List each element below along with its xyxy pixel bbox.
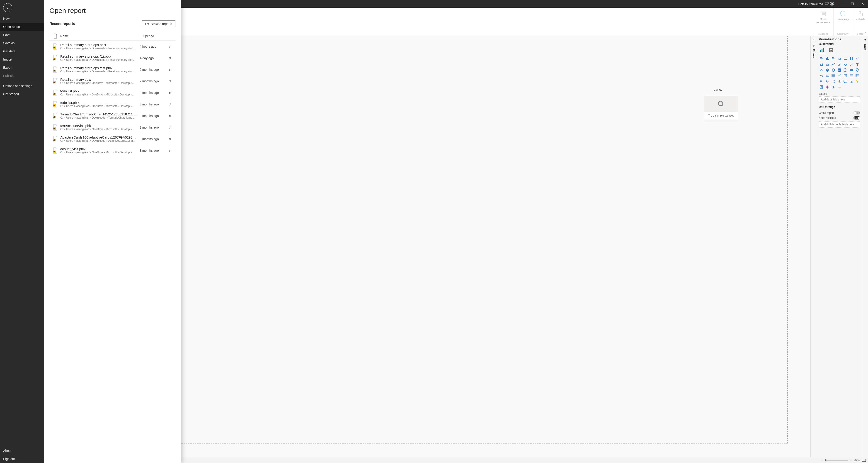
recent-report-row[interactable]: Retail summary store ops.pbix C: > Users…	[50, 40, 174, 52]
viz-line-stacked-icon[interactable]	[831, 62, 836, 67]
filters-expand-icon[interactable]: «	[813, 38, 815, 41]
browse-reports-button[interactable]: Browse reports	[142, 21, 176, 27]
viz-python-icon[interactable]: Py	[825, 79, 830, 84]
cross-report-toggle[interactable]	[854, 111, 860, 115]
pin-button[interactable]	[167, 80, 173, 83]
recent-report-row[interactable]: acount_visit.pbix C: > Users > asanglika…	[50, 145, 174, 156]
viz-stacked-column-icon[interactable]	[825, 56, 830, 61]
pin-button[interactable]	[167, 103, 173, 106]
pin-button[interactable]	[167, 91, 173, 94]
fit-to-page-button[interactable]	[862, 459, 866, 462]
viz-donut-icon[interactable]	[831, 67, 836, 73]
viz-r-icon[interactable]: R	[819, 79, 824, 84]
viz-goals-icon[interactable]	[855, 79, 860, 84]
file-nav-options-and-settings[interactable]: Options and settings	[0, 82, 44, 90]
drill-field-well[interactable]: Add drill-through fields here	[819, 121, 860, 128]
viz-100stacked-column-icon[interactable]	[849, 56, 854, 61]
keep-all-filters-toggle[interactable]	[854, 116, 860, 119]
filters-pane-collapsed[interactable]: « Filters	[810, 36, 817, 457]
recent-report-row[interactable]: Retail summary store ops (1).pbix C: > U…	[50, 52, 174, 64]
viz-more-icon[interactable]	[837, 85, 842, 90]
window-minimize-button[interactable]	[837, 0, 847, 8]
viz-gauge-icon[interactable]	[819, 73, 824, 78]
zoom-out-button[interactable]: −	[820, 458, 823, 462]
values-field-well[interactable]: Add data fields here	[819, 96, 860, 103]
file-nav-about[interactable]: About	[0, 447, 44, 455]
file-nav-import[interactable]: Import	[0, 55, 44, 63]
user-avatar-icon[interactable]	[830, 2, 834, 6]
viz-waterfall-icon[interactable]	[849, 62, 854, 67]
viz-decomposition-icon[interactable]	[837, 79, 842, 84]
viz-powerapps-icon[interactable]	[825, 85, 830, 90]
file-nav-save[interactable]: Save	[0, 31, 44, 39]
build-visual-tab[interactable]	[819, 47, 825, 53]
format-visual-tab[interactable]	[828, 47, 834, 53]
viz-slicer-icon[interactable]	[843, 73, 848, 78]
viz-100stacked-bar-icon[interactable]	[843, 56, 848, 61]
viz-map-icon[interactable]	[843, 67, 848, 73]
zoom-slider[interactable]	[825, 460, 848, 461]
pin-button[interactable]	[167, 56, 173, 60]
svg-rect-88	[54, 105, 55, 106]
window-maximize-button[interactable]	[847, 0, 858, 8]
viz-paginated-icon[interactable]	[819, 85, 824, 90]
viz-filled-map-icon[interactable]	[849, 67, 854, 73]
recent-reports-list[interactable]: Retail summary store ops.pbix C: > Users…	[50, 40, 176, 461]
viz-card-icon[interactable]: 123	[825, 73, 830, 78]
pin-button[interactable]	[167, 126, 173, 129]
ribbon-group-sensitivity: Sensitivity⌄ Sensitivity	[833, 8, 852, 36]
data-expand-icon[interactable]: «	[864, 38, 866, 42]
pin-button[interactable]	[167, 68, 173, 71]
recent-report-row[interactable]: Retail summary store ops test.pbix C: > …	[50, 64, 174, 75]
viz-stacked-bar-icon[interactable]	[819, 56, 824, 61]
pin-button[interactable]	[167, 45, 173, 48]
recent-report-row[interactable]: Retail summary.pbix C: > Users > asangli…	[50, 75, 174, 87]
viz-narrative-icon[interactable]	[849, 79, 854, 84]
viz-multi-card-icon[interactable]	[831, 73, 836, 78]
file-nav-get-data[interactable]: Get data	[0, 47, 44, 55]
viz-treemap-icon[interactable]	[837, 67, 842, 73]
viz-line-clustered-icon[interactable]	[837, 62, 842, 67]
viz-kpi-icon[interactable]	[837, 73, 842, 78]
pin-button[interactable]	[167, 149, 173, 152]
ribbon-collapse-button[interactable]: ⌃	[864, 32, 867, 35]
viz-pie-icon[interactable]	[825, 67, 830, 73]
viz-qa-icon[interactable]	[843, 79, 848, 84]
col-name-header[interactable]: Name	[60, 34, 143, 38]
file-nav-sign-out[interactable]: Sign out	[0, 455, 44, 463]
viz-key-influencers-icon[interactable]	[831, 79, 836, 84]
viz-area-icon[interactable]	[819, 62, 824, 67]
viz-clustered-bar-icon[interactable]	[831, 56, 836, 61]
recent-report-row[interactable]: AdaptiveCards106.adaptiveCards1267F9A029…	[50, 133, 174, 145]
recent-report-row[interactable]: testAccountVisit.pbix C: > Users > asang…	[50, 121, 174, 133]
viz-scatter-icon[interactable]	[819, 67, 824, 73]
viz-powerautomate-icon[interactable]	[831, 85, 836, 90]
account-area[interactable]: RetailAuroraCIPool	[799, 2, 834, 6]
pin-button[interactable]	[167, 137, 173, 141]
file-nav-export[interactable]: Export	[0, 63, 44, 71]
viz-funnel-icon[interactable]	[855, 62, 860, 67]
recent-report-row[interactable]: todo list.pbix C: > Users > asanglikar >…	[50, 87, 174, 98]
col-opened-header[interactable]: Opened	[143, 34, 175, 38]
zoom-in-button[interactable]: +	[850, 458, 852, 462]
viz-stacked-area-icon[interactable]	[825, 62, 830, 67]
viz-line-icon[interactable]	[855, 56, 860, 61]
back-button[interactable]	[3, 3, 12, 12]
recent-report-row[interactable]: TornadoChart.TornadoChart1452517688218.2…	[50, 110, 174, 121]
recent-file-opened: 2 months ago	[140, 68, 167, 71]
try-sample-dataset-card[interactable]: Try a sample dataset	[704, 96, 738, 122]
viz-ribbon-icon[interactable]	[843, 62, 848, 67]
visualizations-collapse-icon[interactable]: »	[859, 37, 860, 41]
file-nav-get-started[interactable]: Get started	[0, 90, 44, 98]
file-nav-save-as[interactable]: Save as	[0, 39, 44, 47]
viz-matrix-icon[interactable]	[855, 73, 860, 78]
window-close-button[interactable]	[858, 0, 868, 8]
file-nav-open-report[interactable]: Open report	[0, 23, 44, 31]
data-pane-collapsed[interactable]: « Data	[862, 36, 868, 457]
viz-clustered-column-icon[interactable]	[837, 56, 842, 61]
file-nav-new[interactable]: New	[0, 15, 44, 23]
viz-azure-map-icon[interactable]	[855, 67, 860, 73]
viz-table-icon[interactable]	[849, 73, 854, 78]
pin-button[interactable]	[167, 114, 173, 117]
recent-report-row[interactable]: todo list.pbix C: > Users > asanglikar >…	[50, 98, 174, 110]
